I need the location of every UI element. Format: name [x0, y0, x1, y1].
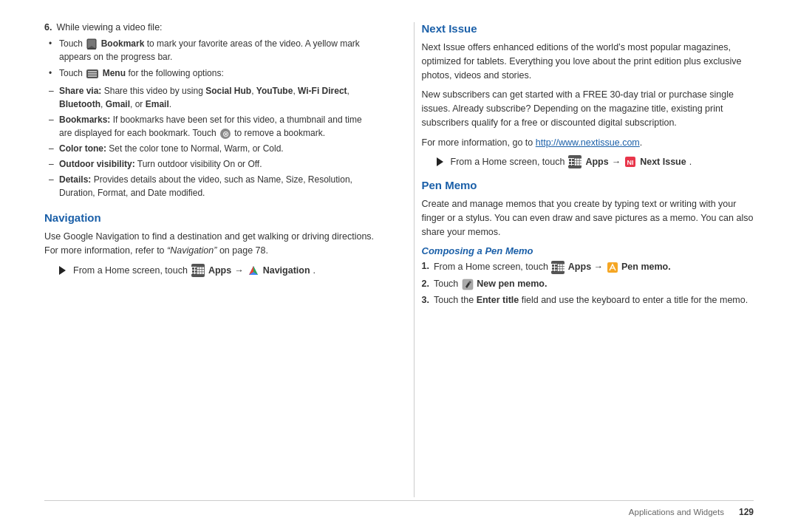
navigation-arrow-prefix: From a Home screen, touch	[73, 265, 188, 276]
ni-app-label: Next Issue	[640, 157, 686, 167]
next-issue-para3-prefix: For more information, go to	[422, 137, 536, 148]
bullet-menu: Touch Menu for the following options:	[59, 66, 377, 80]
step3-num: 3.	[422, 295, 429, 305]
navigation-app-icon	[248, 265, 259, 276]
right-column: Next Issue Next Issue offers enhanced ed…	[414, 22, 754, 497]
svg-rect-23	[579, 159, 582, 161]
left-column: 6. While viewing a video file: Touch Boo…	[44, 22, 384, 497]
next-issue-para3-period: .	[640, 137, 642, 148]
bullet-bookmark-bold: Bookmark	[101, 38, 147, 49]
bullet-bookmark: Touch Bookmark to mark your favorite are…	[59, 37, 377, 64]
page-footer: Applications and Widgets 129	[44, 500, 754, 517]
sub-color-text: Set the color tone to Normal, Warm, or C…	[109, 143, 283, 154]
next-issue-para3: For more information, go to http://www.n…	[422, 136, 754, 150]
pen-memo-step2: 2. Touch New pen memo.	[422, 279, 754, 290]
navigation-title: Navigation	[44, 211, 377, 224]
pen-memo-step1: 1. From a Home screen, touch	[422, 261, 754, 274]
svg-rect-14	[202, 269, 205, 271]
svg-rect-40	[562, 269, 565, 271]
step-6-header: 6. While viewing a video file:	[44, 22, 377, 33]
sub-share-text: Share this video by using Social Hub, Yo…	[59, 86, 349, 109]
svg-rect-25	[577, 161, 579, 163]
svg-rect-13	[200, 269, 202, 271]
sub-outdoor-text: Turn outdoor visibility On or Off.	[137, 159, 262, 169]
enter-title-bold: Enter title	[477, 295, 519, 305]
svg-rect-32	[558, 264, 560, 266]
sub-details: Details: Provides details about the vide…	[59, 173, 377, 200]
pen-memo-step3: 3. Touch the Enter title field and use t…	[422, 295, 754, 305]
apps-label-ni: Apps	[585, 157, 608, 167]
footer-text: Applications and Widgets	[629, 508, 724, 516]
menu-icon	[86, 69, 99, 79]
svg-text:NI: NI	[627, 159, 634, 166]
next-issue-title: Next Issue	[422, 22, 754, 35]
svg-rect-27	[575, 164, 577, 166]
step2-text: Touch New pen memo.	[434, 279, 548, 290]
sub-bookmarks-suffix: to remove a bookmark.	[234, 128, 325, 138]
apps-icon-ni	[568, 155, 582, 168]
svg-text:⊗: ⊗	[222, 129, 228, 138]
step1-text: From a Home screen, touch	[434, 261, 671, 274]
step1-num: 1.	[422, 261, 429, 271]
sub-share-label: Share via:	[59, 86, 101, 96]
svg-rect-24	[575, 161, 577, 163]
ni-period: .	[689, 157, 692, 167]
svg-rect-38	[558, 269, 560, 271]
sub-bookmarks: Bookmarks: If bookmarks have been set fo…	[59, 113, 377, 140]
bullet-menu-bold: Menu	[103, 68, 129, 78]
new-pen-label: New pen memo.	[477, 279, 547, 289]
svg-rect-22	[577, 159, 579, 161]
pen-memo-para1: Create and manage memos that you create …	[422, 197, 754, 239]
ni-arrow-symbol: →	[612, 157, 621, 167]
sub-outdoor: Outdoor visibility: Turn outdoor visibil…	[59, 157, 377, 171]
page-number: 129	[739, 507, 754, 517]
sub-color-label: Color tone:	[59, 143, 106, 154]
next-issue-link[interactable]: http://www.nextissue.com	[536, 137, 640, 148]
next-issue-section: Next Issue Next Issue offers enhanced ed…	[422, 22, 754, 168]
svg-rect-16	[200, 272, 202, 274]
navigation-ref: “Navigation”	[167, 245, 216, 256]
svg-rect-29	[579, 164, 582, 166]
bookmark-icon	[86, 38, 98, 50]
sub-options-list: Share via: Share this video by using Soc…	[59, 84, 377, 200]
arrow-triangle-icon	[59, 266, 66, 275]
arrow-triangle-icon-ni	[437, 157, 443, 166]
navigation-arrow-item: From a Home screen, touch	[59, 264, 377, 277]
step2-num: 2.	[422, 279, 429, 289]
apps-icon-pm1	[551, 261, 565, 274]
navigation-arrow-symbol: →	[234, 265, 244, 276]
svg-rect-15	[197, 272, 200, 274]
bullet-bookmark-prefix: Touch	[59, 38, 85, 49]
navigation-section: Navigation Use Google Navigation to find…	[44, 211, 377, 277]
step-6-number: 6.	[44, 22, 52, 33]
navigation-app-label: Navigation	[263, 265, 310, 276]
next-issue-arrow-prefix: From a Home screen, touch	[451, 157, 565, 167]
svg-rect-37	[562, 266, 565, 268]
next-issue-arrow-item: From a Home screen, touch	[437, 155, 754, 168]
pen-memo-app-icon	[607, 262, 618, 273]
svg-rect-17	[202, 272, 205, 274]
sub-outdoor-label: Outdoor visibility:	[59, 159, 135, 169]
svg-rect-11	[202, 267, 205, 269]
sub-share-via: Share via: Share this video by using Soc…	[59, 84, 377, 111]
pen-memo-title: Pen Memo	[422, 179, 754, 191]
apps-label-pm1: Apps	[568, 262, 594, 272]
svg-rect-9	[197, 267, 200, 269]
bullet-menu-text: for the following options:	[128, 68, 223, 78]
svg-rect-33	[560, 264, 562, 266]
pen-memo-section: Pen Memo Create and manage memos that yo…	[422, 179, 754, 304]
apps-icon-nav	[191, 264, 205, 277]
apps-label-nav: Apps	[208, 265, 231, 276]
step3-text: Touch the Enter title field and use the …	[434, 295, 748, 305]
new-pen-icon	[462, 279, 474, 290]
svg-rect-10	[200, 267, 202, 269]
sub-details-label: Details:	[59, 174, 91, 185]
sub-details-text: Provides details about the video, such a…	[59, 174, 352, 198]
composing-pen-memo-title: Composing a Pen Memo	[422, 245, 754, 256]
page: 6. While viewing a video file: Touch Boo…	[0, 0, 798, 532]
svg-rect-21	[575, 159, 577, 161]
step-6-bullets: Touch Bookmark to mark your favorite are…	[59, 37, 377, 80]
svg-rect-35	[558, 266, 560, 268]
navigation-period: .	[313, 265, 316, 276]
svg-rect-28	[577, 164, 579, 166]
